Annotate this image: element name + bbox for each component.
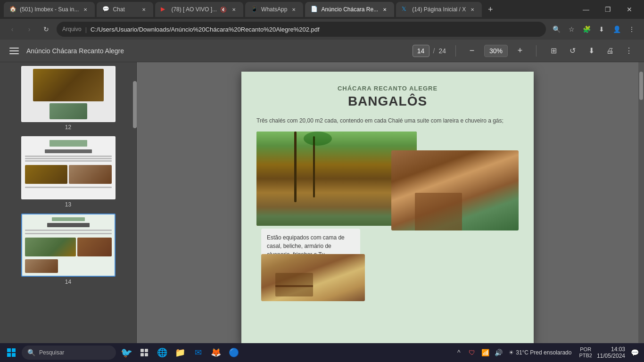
reload-button[interactable]: ↻ [40, 23, 53, 36]
zoom-icon[interactable]: 🔍 [550, 23, 563, 36]
thumb13-header [50, 140, 87, 147]
thumb14-title [47, 223, 90, 228]
chrome-icon[interactable]: 🔵 [226, 345, 241, 360]
thumb13-line1 [25, 156, 112, 157]
tab-chat[interactable]: 💬 Chat ✕ [97, 2, 153, 17]
tray-lang-line1: POR [580, 346, 591, 353]
thumb14-img2 [77, 238, 111, 256]
pdf-header-text: CHÁCARA RECANTO ALEGRE [256, 85, 519, 92]
tray-lang[interactable]: POR PTB2 [579, 346, 592, 359]
pdf-more-button[interactable]: ⋮ [621, 43, 636, 58]
tab-imobex-close[interactable]: ✕ [82, 6, 89, 13]
tray-volume-icon[interactable]: 🔊 [493, 347, 504, 358]
thumb13-caption [25, 187, 112, 188]
pdf-divider-2 [536, 45, 537, 57]
tray-chevron[interactable]: ^ [453, 347, 464, 358]
pdf-scroll-area[interactable]: CHÁCARA RECANTO ALEGRE BANGALÔS Três cha… [137, 62, 638, 343]
thumb13-line2 [25, 158, 112, 159]
tab-pdf-close[interactable]: ✕ [381, 6, 388, 13]
tab-aovivo-mute-icon[interactable]: 🔇 [220, 6, 227, 13]
annotations-button[interactable]: ↺ [565, 43, 580, 58]
download-icon[interactable]: ⬇ [595, 23, 608, 36]
cabin-photo [391, 150, 519, 230]
minimize-button[interactable]: — [575, 0, 597, 19]
tray-weather[interactable]: ☀ 31°C Pred ensolarado [509, 349, 571, 356]
tab-imobex-title: (501) Imobex - Sua in... [20, 6, 79, 13]
thumbnail-12[interactable]: 12 [4, 66, 132, 131]
thumb14-img3 [25, 259, 58, 273]
pdf-intro-text: Três chalés com 20,00 m2 cada, contendo … [256, 116, 519, 125]
thumbnail-14[interactable]: 14 [4, 214, 132, 285]
pdf-page-control: / 24 [413, 45, 446, 57]
thumb13-label: 13 [65, 201, 71, 208]
notification-button[interactable]: 💬 [629, 347, 640, 358]
pdf-page: CHÁCARA RECANTO ALEGRE BANGALÔS Três cha… [241, 72, 534, 343]
thumbnail-13[interactable]: 13 [4, 136, 132, 208]
firefox-icon[interactable]: 🦊 [208, 345, 223, 360]
close-button[interactable]: ✕ [619, 0, 640, 19]
profile-icon[interactable]: 👤 [610, 23, 623, 36]
tab-aovivo-title: (78) [ AO VIVO ]... [171, 6, 217, 13]
main-content: 12 1 [0, 62, 644, 343]
edge-browser-icon[interactable]: 🌐 [155, 345, 170, 360]
browser-chrome: 🏠 (501) Imobex - Sua in... ✕ 💬 Chat ✕ ▶ … [0, 0, 644, 62]
zoom-out-button[interactable]: − [465, 44, 479, 58]
menu-icon[interactable]: ⋮ [625, 23, 638, 36]
forward-button[interactable]: › [23, 23, 36, 36]
address-actions: 🔍 ☆ 🧩 ⬇ 👤 ⋮ [550, 23, 638, 36]
right-scroll-thumb[interactable] [639, 72, 643, 100]
tray-network-icon[interactable]: 📶 [479, 347, 491, 358]
windows-start-button[interactable] [4, 345, 19, 360]
thumbnail-panel[interactable]: 12 1 [0, 62, 137, 343]
pdf-download-button[interactable]: ⬇ [584, 43, 599, 58]
tab-pdf[interactable]: 📄 Anúncio Chácara Re... ✕ [305, 2, 394, 17]
right-scrollbar[interactable] [638, 62, 644, 343]
tab-twitter-close[interactable]: ✕ [469, 6, 476, 13]
tab-whatsapp-close[interactable]: ✕ [290, 6, 297, 13]
svg-rect-2 [7, 353, 11, 357]
page-layout-button[interactable]: ⊞ [546, 43, 561, 58]
tray-weather-icon: ☀ [509, 349, 514, 356]
thumb14-header [52, 217, 85, 221]
file-explorer-icon[interactable]: 📁 [173, 345, 188, 360]
back-button[interactable]: ‹ [6, 23, 19, 36]
pdf-divider-1 [455, 45, 456, 57]
task-view-button[interactable] [137, 345, 152, 360]
tab-imobex[interactable]: 🏠 (501) Imobex - Sua in... ✕ [4, 2, 95, 17]
taskbar: 🔍 Pesquisar 🐦 🌐 📁 ✉ 🦊 🔵 ^ 🛡 📶 [0, 343, 644, 362]
tray-lang-line2: PTB2 [579, 353, 592, 359]
hamburger-line-3 [9, 53, 19, 54]
tray-time-display: 14:03 [611, 346, 625, 353]
svg-rect-1 [12, 348, 16, 352]
cabin-photo-inner [391, 150, 519, 230]
tray-time[interactable]: 14:03 11/05/2024 [597, 346, 625, 359]
zoom-in-button[interactable]: + [513, 44, 527, 58]
tab-twitter[interactable]: 𝕏 (14) Página Inicial / X ✕ [396, 2, 482, 17]
thumb-scroll-indicator [133, 62, 137, 204]
tab-chat-close[interactable]: ✕ [140, 6, 148, 13]
hamburger-button[interactable] [8, 44, 21, 58]
tab-chat-title: Chat [113, 6, 137, 13]
bookmark-icon[interactable]: ☆ [565, 23, 578, 36]
tray-security-icon[interactable]: 🛡 [466, 347, 478, 358]
thumb12-label: 12 [65, 124, 71, 131]
svg-rect-3 [12, 353, 16, 357]
page-number-input[interactable] [413, 45, 429, 57]
tab-aovivo-close[interactable]: ✕ [230, 6, 238, 13]
maximize-button[interactable]: ❐ [597, 0, 619, 19]
svg-rect-4 [140, 349, 144, 352]
pdf-toolbar-actions: ⊞ ↺ ⬇ 🖨 ⋮ [546, 43, 636, 58]
pdf-main-title: BANGALÔS [256, 94, 519, 109]
mail-icon[interactable]: ✉ [190, 345, 206, 360]
thumb14-text2 [25, 233, 112, 234]
search-icon: 🔍 [27, 349, 35, 356]
svg-rect-5 [145, 349, 148, 352]
tab-aovivo[interactable]: ▶ (78) [ AO VIVO ]... 🔇 ✕ [155, 2, 243, 17]
search-bar[interactable]: 🔍 Pesquisar [22, 346, 116, 360]
tab-whatsapp[interactable]: 📱 WhatsApp ✕ [245, 2, 303, 17]
taskbar-bluebird-icon[interactable]: 🐦 [119, 345, 134, 360]
new-tab-button[interactable]: + [484, 3, 497, 16]
pdf-print-button[interactable]: 🖨 [603, 43, 618, 58]
extensions-icon[interactable]: 🧩 [580, 23, 593, 36]
url-bar[interactable]: Arquivo | C:/Users/Usuario/Downloads/Anú… [57, 22, 546, 37]
